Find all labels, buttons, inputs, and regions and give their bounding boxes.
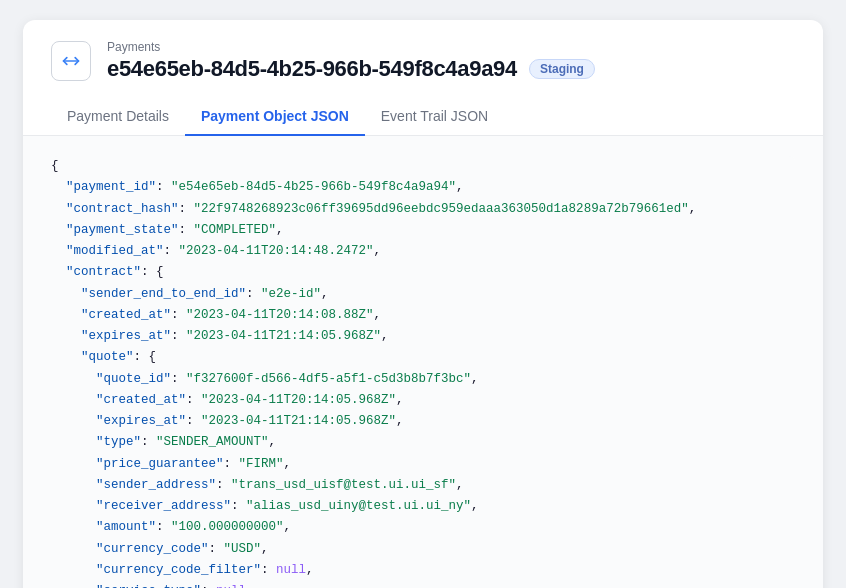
json-line: "type": "SENDER_AMOUNT", — [51, 432, 795, 453]
tab-payment-details[interactable]: Payment Details — [51, 98, 185, 136]
json-line: "payment_id": "e54e65eb-84d5-4b25-966b-5… — [51, 177, 795, 198]
payment-icon — [51, 41, 91, 81]
json-line: "quote": { — [51, 347, 795, 368]
json-viewer: { "payment_id": "e54e65eb-84d5-4b25-966b… — [51, 156, 795, 588]
json-line: "currency_code_filter": null, — [51, 560, 795, 581]
json-line: "service_type": null, — [51, 581, 795, 588]
page-header: Payments e54e65eb-84d5-4b25-966b-549f8c4… — [23, 20, 823, 136]
main-card: Payments e54e65eb-84d5-4b25-966b-549f8c4… — [23, 20, 823, 588]
breadcrumb-row: Payments e54e65eb-84d5-4b25-966b-549f8c4… — [51, 40, 795, 82]
header-content: Payments e54e65eb-84d5-4b25-966b-549f8c4… — [107, 40, 795, 82]
json-line: "quote_id": "f327600f-d566-4df5-a5f1-c5d… — [51, 369, 795, 390]
json-line: "contract": { — [51, 262, 795, 283]
main-content: { "payment_id": "e54e65eb-84d5-4b25-966b… — [23, 136, 823, 588]
json-line: "created_at": "2023-04-11T20:14:08.88Z", — [51, 305, 795, 326]
json-line: "expires_at": "2023-04-11T21:14:05.968Z"… — [51, 326, 795, 347]
json-line: "expires_at": "2023-04-11T21:14:05.968Z"… — [51, 411, 795, 432]
json-line: "sender_end_to_end_id": "e2e-id", — [51, 284, 795, 305]
json-line: "amount": "100.000000000", — [51, 517, 795, 538]
json-line: "sender_address": "trans_usd_uisf@test.u… — [51, 475, 795, 496]
breadcrumb: Payments — [107, 40, 795, 54]
page-title: e54e65eb-84d5-4b25-966b-549f8c4a9a94 — [107, 56, 517, 82]
json-line: "payment_state": "COMPLETED", — [51, 220, 795, 241]
json-line: "modified_at": "2023-04-11T20:14:48.2472… — [51, 241, 795, 262]
tab-bar: Payment Details Payment Object JSON Even… — [51, 98, 795, 135]
json-line: "created_at": "2023-04-11T20:14:05.968Z"… — [51, 390, 795, 411]
tab-event-trail-json[interactable]: Event Trail JSON — [365, 98, 504, 136]
json-line: "price_guarantee": "FIRM", — [51, 454, 795, 475]
json-line: "receiver_address": "alias_usd_uiny@test… — [51, 496, 795, 517]
json-line: { — [51, 156, 795, 177]
staging-badge: Staging — [529, 59, 595, 79]
tab-payment-object-json[interactable]: Payment Object JSON — [185, 98, 365, 136]
json-line: "currency_code": "USD", — [51, 539, 795, 560]
title-row: e54e65eb-84d5-4b25-966b-549f8c4a9a94 Sta… — [107, 56, 795, 82]
json-line: "contract_hash": "22f9748268923c06ff3969… — [51, 199, 795, 220]
